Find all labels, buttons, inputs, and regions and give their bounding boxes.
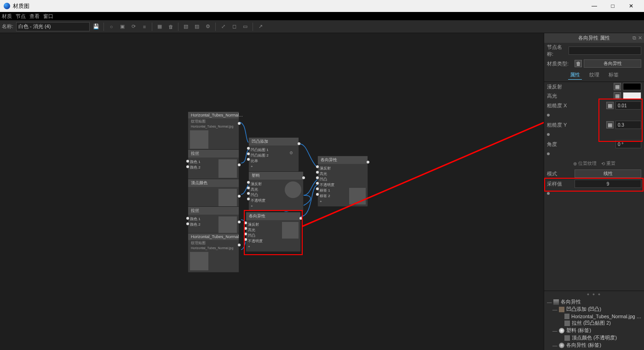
- input-port[interactable]: [244, 233, 247, 235]
- tab-textures[interactable]: 纹理: [587, 70, 601, 80]
- tab-properties[interactable]: 属性: [568, 70, 582, 80]
- tool-icon-11[interactable]: ▭: [241, 22, 250, 31]
- node-brush-2[interactable]: 拉丝 颜色 1 颜色 2: [188, 206, 239, 237]
- tool-icon-1[interactable]: ○: [107, 22, 116, 31]
- input-port[interactable]: [244, 222, 247, 224]
- roughness-y-input[interactable]: [615, 121, 641, 129]
- input-port[interactable]: [316, 165, 319, 168]
- input-port[interactable]: [316, 176, 319, 179]
- tool-icon-10[interactable]: ◻: [230, 22, 239, 31]
- input-port[interactable]: [247, 181, 250, 184]
- tool-icon-7[interactable]: ▨: [192, 22, 201, 31]
- save-icon[interactable]: 💾: [92, 22, 101, 31]
- tree-row[interactable]: 拉丝 (凹凸贴图 2): [544, 320, 644, 327]
- mode-dropdown[interactable]: 线性: [575, 169, 641, 178]
- node-name-input[interactable]: [569, 47, 641, 55]
- tree-row[interactable]: —塑料 (标签): [544, 327, 644, 334]
- tool-icon-3[interactable]: ⟳: [129, 22, 138, 31]
- menu-node[interactable]: 节点: [16, 13, 26, 20]
- output-port[interactable]: [238, 244, 241, 246]
- samples-label: 采样值: [547, 181, 573, 187]
- input-port[interactable]: [247, 147, 250, 150]
- material-type-dropdown[interactable]: 各向异性: [584, 59, 641, 68]
- tool-icon-2[interactable]: ▣: [118, 22, 127, 31]
- output-port[interactable]: [238, 195, 241, 198]
- input-port[interactable]: [186, 217, 189, 220]
- node-anisotropic-main[interactable]: 各向异性 漫反射 高光 凹凸 不透明度 标签 1 标签 2 +: [317, 156, 368, 207]
- delete-type-icon[interactable]: 🗑: [575, 60, 582, 67]
- tree-row[interactable]: —凹凸添加 (凹凸): [544, 306, 644, 313]
- angle-input[interactable]: [615, 140, 641, 148]
- node-vertex-color[interactable]: 顶点颜色: [188, 179, 239, 210]
- tree-row[interactable]: —各向异性: [544, 298, 644, 306]
- name-input[interactable]: [16, 22, 90, 31]
- thumbnail: [218, 216, 237, 235]
- preview-sphere: [282, 222, 299, 239]
- input-port[interactable]: [316, 193, 319, 196]
- specular-color-swatch[interactable]: [623, 92, 641, 99]
- settings-icon[interactable]: ⚙: [286, 147, 297, 158]
- input-port[interactable]: [247, 152, 250, 155]
- diffuse-texture-icon[interactable]: ▦: [614, 83, 621, 90]
- specular-texture-icon[interactable]: ▦: [614, 92, 621, 99]
- node-texture-2[interactable]: Horizontal_Tubes_Normal 纹理贴图 Horizontal_…: [188, 233, 239, 273]
- tool-icon-9[interactable]: ⤢: [218, 22, 228, 31]
- maximize-button[interactable]: □: [604, 0, 622, 12]
- input-port[interactable]: [186, 165, 189, 168]
- node-anisotropic-selected[interactable]: 各向异性 漫反射 高光 凹凸 不透明度 +: [246, 212, 301, 252]
- tab-labels[interactable]: 标签: [607, 70, 621, 80]
- node-graph-canvas[interactable]: Horizontal_Tubes_Normal… 纹理贴图 Horizontal…: [0, 33, 544, 350]
- tool-icon-8[interactable]: ⚙: [203, 22, 213, 31]
- tool-icon-12[interactable]: ↗: [256, 22, 265, 31]
- input-port[interactable]: [186, 222, 189, 225]
- panel-close-icon[interactable]: ✕: [638, 35, 642, 41]
- input-port[interactable]: [316, 171, 319, 174]
- tool-icon-5[interactable]: ▦: [155, 22, 164, 31]
- menu-view[interactable]: 查看: [29, 13, 40, 20]
- reset-button[interactable]: ⟲ 重置: [601, 160, 615, 167]
- input-port[interactable]: [186, 160, 189, 163]
- input-port[interactable]: [316, 182, 319, 185]
- output-port[interactable]: [299, 217, 302, 220]
- preview-sphere: [349, 188, 366, 204]
- input-port[interactable]: [247, 198, 250, 200]
- menu-material[interactable]: 材质: [2, 13, 12, 20]
- node-plastic[interactable]: 塑料 漫反射 高光 凹凸 不透明度 +: [248, 171, 304, 211]
- output-port[interactable]: [298, 142, 300, 145]
- tool-icon-4[interactable]: ≡: [140, 22, 149, 31]
- tree-row[interactable]: 顶点颜色 (不透明度): [544, 334, 644, 342]
- input-port[interactable]: [244, 238, 247, 241]
- input-port[interactable]: [247, 192, 250, 195]
- panel-splitter[interactable]: ● ● ●: [544, 291, 644, 298]
- input-port[interactable]: [247, 158, 250, 161]
- delete-icon[interactable]: 🗑: [166, 22, 175, 31]
- material-tree: —各向异性 —凹凸添加 (凹凸) Horizontal_Tubes_Normal…: [544, 298, 644, 350]
- tree-row[interactable]: —各向异性 (标签): [544, 342, 644, 349]
- close-button[interactable]: ✕: [622, 0, 640, 12]
- diffuse-color-swatch[interactable]: [623, 83, 641, 90]
- menu-window[interactable]: 窗口: [43, 13, 53, 20]
- input-port[interactable]: [316, 187, 319, 190]
- preview-sphere: [285, 181, 301, 198]
- minimize-button[interactable]: —: [585, 0, 604, 12]
- input-port[interactable]: [244, 227, 247, 230]
- node-bump-add[interactable]: 凹凸添加 凹凸贴图 1 凹凸贴图 2 比率 + ⚙: [248, 137, 299, 172]
- tree-row[interactable]: Horizontal_Tubes_Normal.jpg …: [544, 313, 644, 320]
- roughness-x-texture-icon[interactable]: ▦: [606, 102, 614, 109]
- roughness-y-texture-icon[interactable]: ▦: [606, 121, 614, 128]
- popout-icon[interactable]: ⧉: [632, 35, 636, 41]
- properties-panel: 各向异性 属性 ⧉ ✕ 节点名称: 材质类型: 🗑 各向异性 属性 纹理 标签 …: [544, 33, 644, 350]
- thumbnail: [218, 159, 237, 178]
- output-port[interactable]: [238, 163, 241, 166]
- input-port[interactable]: [247, 187, 250, 189]
- roughness-x-input[interactable]: [615, 101, 641, 110]
- node-texture-1[interactable]: Horizontal_Tubes_Normal… 纹理贴图 Horizontal…: [188, 111, 239, 151]
- tool-icon-6[interactable]: ▧: [181, 22, 190, 31]
- node-brush-1[interactable]: 拉丝 颜色 1 颜色 2: [188, 149, 239, 180]
- output-port[interactable]: [238, 221, 241, 223]
- output-port[interactable]: [367, 161, 369, 163]
- position-texture-button[interactable]: ⊕ 位置纹理: [573, 160, 597, 167]
- samples-input[interactable]: [575, 180, 641, 188]
- output-port[interactable]: [238, 122, 241, 125]
- output-port[interactable]: [302, 176, 305, 179]
